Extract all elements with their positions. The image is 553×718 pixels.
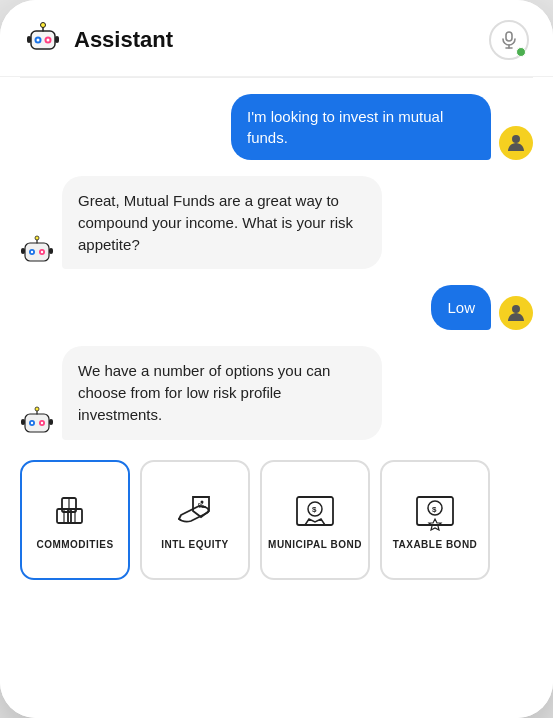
bot-bubble-2: We have a number of options you can choo… — [62, 346, 382, 439]
user-avatar-1 — [499, 126, 533, 160]
svg-point-26 — [31, 421, 33, 423]
commodities-label: COMMODITIES — [36, 539, 113, 550]
svg-text:$: $ — [312, 505, 317, 514]
svg-text:%: % — [198, 502, 205, 509]
header-title: Assistant — [74, 27, 489, 53]
svg-rect-13 — [25, 243, 49, 261]
svg-point-19 — [35, 236, 39, 240]
svg-rect-21 — [49, 248, 53, 254]
option-card-taxable-bond[interactable]: $ TAXABLE BOND — [380, 460, 490, 580]
svg-point-16 — [31, 251, 33, 253]
svg-point-6 — [41, 23, 46, 28]
option-card-municipal-bond[interactable]: $ MUNICIPAL BOND — [260, 460, 370, 580]
chat-header: Assistant — [0, 0, 553, 77]
svg-point-29 — [35, 407, 39, 411]
svg-rect-9 — [506, 32, 512, 41]
mic-button[interactable] — [489, 20, 529, 60]
svg-point-27 — [41, 421, 43, 423]
svg-point-4 — [47, 39, 50, 42]
taxable-bond-label: TAXABLE BOND — [393, 539, 478, 550]
svg-point-22 — [512, 305, 520, 313]
svg-point-3 — [37, 39, 40, 42]
svg-text:$: $ — [432, 505, 437, 514]
user-message-1: I'm looking to invest in mutual funds. — [20, 94, 533, 160]
bot-bubble-1: Great, Mutual Funds are a great way to c… — [62, 176, 382, 269]
municipal-bond-label: MUNICIPAL BOND — [268, 539, 362, 550]
user-bubble-1: I'm looking to invest in mutual funds. — [231, 94, 491, 160]
bot-avatar-small-1 — [20, 235, 54, 269]
user-message-2: Low — [20, 285, 533, 330]
taxable-bond-icon: $ — [411, 491, 459, 531]
option-card-commodities[interactable]: COMMODITIES — [20, 460, 130, 580]
svg-rect-8 — [55, 36, 59, 43]
intl-equity-label: INTL EQUITY — [161, 539, 229, 550]
svg-rect-7 — [27, 36, 31, 43]
svg-rect-30 — [21, 419, 25, 425]
intl-equity-icon: % — [171, 491, 219, 531]
user-avatar-2 — [499, 296, 533, 330]
municipal-bond-icon: $ — [291, 491, 339, 531]
bot-message-2: We have a number of options you can choo… — [20, 346, 533, 439]
investment-options-row: COMMODITIES % INTL EQUITY — [20, 456, 533, 588]
chat-area: I'm looking to invest in mutual funds. — [0, 78, 553, 718]
phone-frame: Assistant I'm looking to invest in mutua… — [0, 0, 553, 718]
svg-rect-31 — [49, 419, 53, 425]
svg-rect-23 — [25, 414, 49, 432]
bot-message-1: Great, Mutual Funds are a great way to c… — [20, 176, 533, 269]
bot-logo — [24, 21, 62, 59]
option-card-intl-equity[interactable]: % INTL EQUITY — [140, 460, 250, 580]
svg-point-12 — [512, 135, 520, 143]
mic-active-dot — [516, 47, 526, 57]
user-bubble-2: Low — [431, 285, 491, 330]
bot-avatar-small-2 — [20, 406, 54, 440]
mic-icon — [501, 31, 517, 49]
svg-rect-20 — [21, 248, 25, 254]
svg-point-17 — [41, 251, 43, 253]
commodities-icon — [51, 491, 99, 531]
